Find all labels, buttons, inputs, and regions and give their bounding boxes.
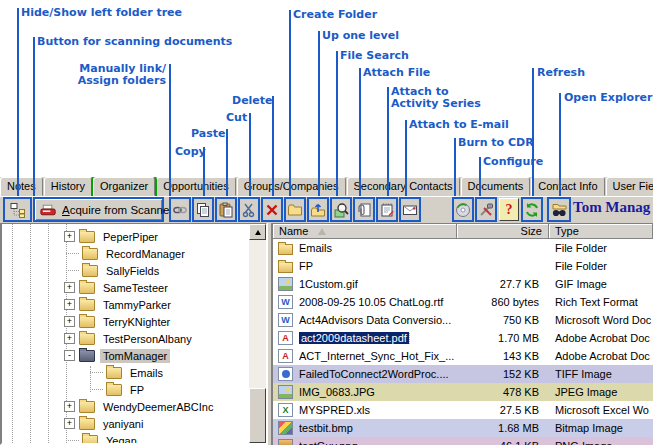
attach-to-email-button[interactable]	[399, 197, 421, 222]
table-row[interactable]: testbit.bmp1.68 MBBitmap Image	[273, 419, 653, 437]
expand-icon[interactable]: +	[64, 299, 75, 310]
table-row[interactable]: 1Custom.gif27.7 KBGIF Image	[273, 275, 653, 293]
open-explorer-button[interactable]	[547, 197, 571, 222]
annotation-create-folder: Create Folder	[293, 9, 377, 21]
toggle-folder-tree-button[interactable]	[3, 197, 32, 222]
create-folder-button[interactable]	[284, 197, 306, 222]
table-row[interactable]: EmailsFile Folder	[273, 239, 653, 257]
folder-icon	[79, 231, 95, 243]
link-icon	[172, 202, 188, 218]
expand-icon[interactable]: +	[64, 282, 75, 293]
link-folders-button[interactable]	[169, 197, 191, 222]
file-name: IMG_0683.JPG	[299, 386, 457, 398]
tree-item[interactable]: Yegan	[2, 432, 248, 445]
tree-item[interactable]: +PeperPiper	[2, 228, 248, 245]
tab-user-fields[interactable]: User Fields	[606, 177, 653, 196]
tree-item[interactable]: Emails	[2, 364, 248, 381]
column-header-size[interactable]: Size	[457, 224, 549, 239]
tree-item-label: WendyDeemerABCInc	[100, 400, 216, 414]
file-name: FailedToConnect2WordProc....	[299, 368, 457, 380]
tab-notes[interactable]: Notes	[0, 177, 43, 196]
tree-item[interactable]: +TammyParker	[2, 296, 248, 313]
table-row[interactable]: FailedToConnect2WordProc....152 KBTIFF I…	[273, 365, 653, 383]
tab-history[interactable]: History	[44, 177, 92, 196]
scrollbar-thumb[interactable]	[249, 388, 266, 443]
expand-icon[interactable]: +	[64, 316, 75, 327]
file-size: 860 bytes	[457, 296, 549, 308]
table-row[interactable]: ACT_Internet_Sync_Hot_Fix_...143 KBAdobe…	[273, 347, 653, 365]
tree-item[interactable]: +WendyDeemerABCInc	[2, 398, 248, 415]
tree-stub	[66, 270, 79, 271]
table-row[interactable]: Act4Advisors Data Conversio...750 KBMicr…	[273, 311, 653, 329]
cut-button[interactable]	[238, 197, 260, 222]
tree-scrollbar[interactable]	[249, 224, 266, 443]
tree-item-selected[interactable]: -TomManager	[2, 347, 248, 364]
annotation-line	[359, 68, 361, 196]
attach-file-button[interactable]	[353, 197, 375, 222]
column-header-type[interactable]: Type	[549, 224, 653, 239]
tree-item[interactable]: +yaniyani	[2, 415, 248, 432]
acquire-from-scanner-label: Acquire from Scanner	[62, 204, 173, 216]
paste-button[interactable]	[215, 197, 237, 222]
tab-documents[interactable]: Documents	[461, 177, 531, 196]
burn-to-cdr-button[interactable]	[452, 197, 474, 222]
folder-icon	[278, 244, 293, 255]
tree-item[interactable]: RecordManager	[2, 245, 248, 262]
scanner-icon	[39, 202, 58, 218]
tree-stub	[66, 440, 79, 441]
annotation-line	[479, 157, 481, 196]
tree-item[interactable]: SallyFields	[2, 262, 248, 279]
annotation-line	[532, 68, 534, 196]
annotation-line	[318, 31, 320, 196]
tree-item[interactable]: +TerryKNighter	[2, 313, 248, 330]
tree-item[interactable]: +TestPersonAlbany	[2, 330, 248, 347]
table-row[interactable]: FPFile Folder	[273, 257, 653, 275]
folder-icon	[278, 262, 293, 273]
refresh-button[interactable]	[521, 197, 543, 222]
file-size: 750 KB	[457, 314, 549, 326]
activity-series-icon	[379, 202, 395, 218]
up-one-level-button[interactable]	[307, 197, 329, 222]
tab-secondary-contacts[interactable]: Secondary Contacts	[347, 177, 460, 196]
help-icon: ?	[506, 202, 513, 218]
open-explorer-icon	[551, 202, 568, 218]
file-type: Microsoft Excel Wo	[549, 404, 653, 416]
table-row-selected[interactable]: act2009datasheet.pdf1.70 MBAdobe Acrobat…	[273, 329, 653, 347]
tab-contact-info[interactable]: Contact Info	[531, 177, 604, 196]
delete-button[interactable]	[261, 197, 283, 222]
table-row[interactable]: testGuy.png46.1 KBPNG Image	[273, 437, 653, 445]
collapse-icon[interactable]: -	[64, 350, 75, 361]
tree-item[interactable]: FP	[2, 381, 248, 398]
file-search-button[interactable]	[330, 197, 352, 222]
expand-icon[interactable]: +	[64, 231, 75, 242]
file-type: Adobe Acrobat Doc	[549, 350, 653, 362]
table-row[interactable]: MYSPRED.xls27.5 KBMicrosoft Excel Wo	[273, 401, 653, 419]
acquire-from-scanner-button[interactable]: Acquire from Scanner	[33, 197, 164, 222]
tab-groups-companies[interactable]: Groups/Companies	[237, 177, 346, 196]
tree-stub	[90, 372, 103, 373]
create-folder-icon	[287, 202, 303, 218]
help-button[interactable]: ?	[499, 198, 519, 221]
tree-item-label: SallyFields	[103, 264, 162, 278]
file-size: 27.5 KB	[457, 404, 549, 416]
file-size: 1.70 MB	[457, 332, 549, 344]
annotation-delete: Delete	[232, 95, 273, 107]
expand-icon[interactable]: +	[64, 401, 75, 412]
tree-item-label: TestPersonAlbany	[100, 332, 195, 346]
configure-button[interactable]	[475, 197, 497, 222]
file-name: 2008-09-25 10.05 ChatLog.rtf	[299, 296, 457, 308]
attach-to-activity-series-button[interactable]	[376, 197, 398, 222]
scroll-up-button[interactable]	[249, 224, 266, 240]
table-row[interactable]: IMG_0683.JPG478 KBJPEG Image	[273, 383, 653, 401]
table-row[interactable]: 2008-09-25 10.05 ChatLog.rtf860 bytesRic…	[273, 293, 653, 311]
expand-icon[interactable]: +	[64, 418, 75, 429]
file-name: MYSPRED.xls	[299, 404, 457, 416]
scroll-up-icon	[255, 230, 261, 235]
expand-icon[interactable]: +	[64, 333, 75, 344]
column-header-name[interactable]: Name	[273, 224, 457, 239]
annotation-open-explorer: Open Explorer	[564, 92, 652, 104]
file-name: Emails	[299, 242, 457, 254]
copy-button[interactable]	[192, 197, 214, 222]
tree-item[interactable]: +SameTesteer	[2, 279, 248, 296]
tab-organizer[interactable]: Organizer	[93, 177, 155, 196]
